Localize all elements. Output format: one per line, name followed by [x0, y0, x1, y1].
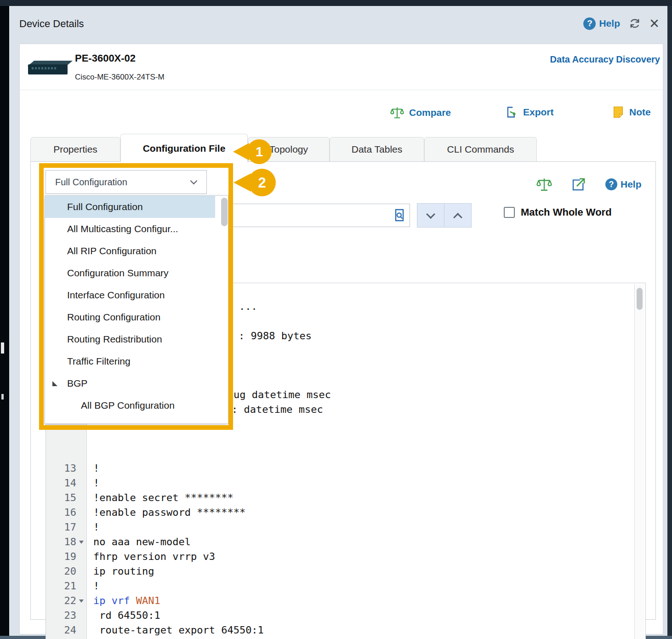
compare-label: Compare	[409, 107, 451, 118]
code-line: !	[93, 461, 99, 476]
code-line: !	[93, 476, 99, 491]
code-line: !	[93, 520, 99, 535]
fold-marker-icon[interactable]	[79, 541, 84, 544]
dialog-help-button[interactable]: ? Help	[583, 17, 620, 30]
tab-properties[interactable]: Properties	[30, 137, 120, 162]
dropdown-item-bgp[interactable]: BGP	[45, 372, 215, 394]
dialog-title: Device Details	[19, 18, 84, 30]
code-token: fhrp version vrrp v3	[93, 551, 215, 562]
tab-bar: PropertiesConfiguration FileTopologyData…	[30, 134, 660, 162]
code-fragment: ...	[239, 299, 257, 314]
code-token: route-target export 64550:1	[93, 624, 264, 636]
line-number: 20	[46, 564, 76, 579]
dropdown-item-routing-redistribution[interactable]: Routing Redistribution	[45, 328, 215, 350]
code-token: !	[93, 580, 99, 592]
config-help-label: Help	[621, 179, 642, 190]
open-in-new-icon[interactable]	[571, 177, 586, 192]
refresh-icon[interactable]	[628, 17, 641, 30]
line-number: 19	[46, 549, 76, 564]
help-icon: ?	[583, 17, 596, 30]
background-text-fragment	[1, 394, 4, 399]
code-token: !	[93, 462, 99, 474]
code-scrollbar[interactable]	[634, 284, 644, 639]
config-section-select[interactable]: Full Configuration	[46, 170, 207, 194]
line-number: 24	[46, 623, 76, 638]
note-icon	[612, 106, 624, 119]
code-line: ip vrf WAN1	[93, 593, 160, 608]
config-section-dropdown-list: Full ConfigurationAll Multicasting Confi…	[45, 195, 228, 424]
dropdown-item-full-configuration[interactable]: Full Configuration	[45, 196, 215, 218]
device-header: PE-3600X-02 Cisco-ME-3600X-24TS-M Data A…	[20, 44, 663, 90]
fold-marker-icon[interactable]	[79, 599, 84, 603]
close-icon[interactable]: ×	[649, 17, 659, 30]
callout-1: 1	[232, 137, 274, 166]
code-token: WAN1	[136, 595, 160, 606]
dropdown-item-all-bgp-configuration[interactable]: All BGP Configuration	[45, 394, 215, 416]
callout-2-number: 2	[258, 175, 266, 191]
compare-config-icon[interactable]	[536, 177, 552, 192]
code-line: no aaa new-model	[93, 535, 191, 549]
chevron-down-icon	[190, 177, 198, 185]
screenshot-stage: Device Details ? Help × PE	[0, 0, 672, 639]
code-fragment: : datetime msec	[232, 402, 323, 417]
device-thumbnail	[28, 58, 70, 76]
help-label: Help	[599, 18, 620, 29]
dropdown-scrollbar-thumb[interactable]	[221, 198, 228, 226]
line-number: 23	[46, 608, 76, 623]
dropdown-item-traffic-filtering[interactable]: Traffic Filtering	[45, 350, 215, 372]
tab-data-tables[interactable]: Data Tables	[330, 137, 424, 162]
code-token: !enable secret ********	[93, 492, 233, 503]
window-frame-left	[0, 6, 9, 636]
code-line: route-target export 64550:1	[93, 623, 264, 638]
window-frame-top	[0, 0, 672, 6]
window-frame-right	[667, 6, 672, 636]
code-line: rd 64550:1	[93, 608, 160, 623]
find-previous-button[interactable]	[444, 203, 472, 228]
note-label: Note	[629, 107, 651, 118]
code-fragment: : 9988 bytes	[239, 329, 312, 343]
code-scrollbar-thumb[interactable]	[637, 288, 643, 310]
match-whole-word-checkbox[interactable]	[504, 207, 515, 218]
find-next-button[interactable]	[417, 203, 444, 228]
dropdown-item-all-multicasting-configur[interactable]: All Multicasting Configur...	[45, 218, 215, 240]
line-number: 13	[46, 461, 76, 476]
line-number: 14	[46, 476, 76, 491]
tree-expander-icon[interactable]	[52, 381, 57, 386]
callout-1-number: 1	[256, 144, 263, 159]
export-icon	[505, 106, 518, 119]
note-button[interactable]: Note	[612, 106, 651, 119]
code-token: rd 64550:1	[93, 610, 160, 621]
callout-2: 2	[233, 167, 278, 198]
code-token: !	[93, 477, 99, 489]
code-fragment: ug datetime msec	[233, 388, 331, 402]
tab-cli-commands[interactable]: CLI Commands	[424, 137, 537, 162]
compare-button[interactable]: Compare	[390, 106, 451, 120]
line-number: 21	[46, 579, 76, 593]
line-number: 15	[46, 491, 76, 505]
dropdown-item-interface-configuration[interactable]: Interface Configuration	[45, 284, 215, 306]
line-number: 16	[46, 505, 76, 520]
code-token: ip routing	[93, 565, 154, 577]
export-button[interactable]: Export	[505, 106, 554, 119]
background-text-fragment	[1, 342, 4, 354]
code-line: !	[93, 579, 99, 593]
export-label: Export	[523, 107, 554, 118]
code-token: ip vrf	[93, 595, 136, 606]
dropdown-item-all-rip-configuration[interactable]: All RIP Configuration	[45, 240, 215, 262]
dropdown-item-routing-configuration[interactable]: Routing Configuration	[45, 306, 215, 328]
dropdown-item-configuration-summary[interactable]: Configuration Summary	[45, 262, 215, 284]
config-help-button[interactable]: ? Help	[605, 178, 642, 190]
compare-icon	[390, 106, 404, 120]
help-icon: ?	[605, 178, 617, 190]
data-accuracy-discovery-link[interactable]: Data Accuracy Discovery	[550, 54, 660, 65]
tab-configuration-file[interactable]: Configuration File	[120, 134, 248, 162]
action-bar: Compare Export	[20, 105, 663, 123]
match-whole-word-label: Match Whole Word	[521, 206, 612, 218]
find-in-page-icon[interactable]	[392, 208, 407, 223]
chevron-down-icon	[426, 210, 435, 219]
code-token: !	[93, 521, 99, 533]
code-line: !enable password ********	[93, 505, 245, 520]
device-model: Cisco-ME-3600X-24TS-M	[75, 73, 165, 82]
code-token: !enable password ********	[93, 507, 245, 518]
device-name: PE-3600X-02	[75, 52, 136, 64]
